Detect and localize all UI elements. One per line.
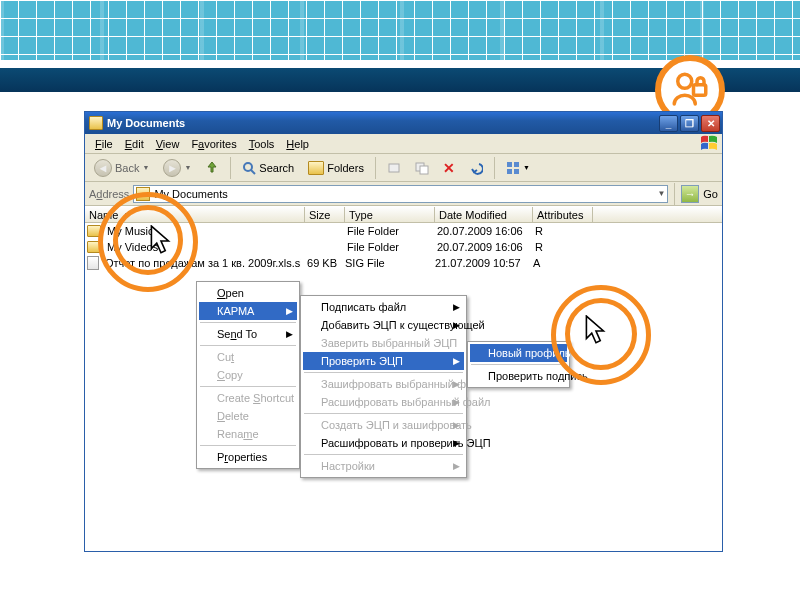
ctx-karma[interactable]: КАРМА▶ [199, 302, 297, 320]
ctx-copy[interactable]: Copy [199, 366, 297, 384]
toolbar: ◄ Back ▼ ► ▼ Search Folders ✕ ▼ [85, 154, 722, 182]
svg-rect-6 [420, 166, 428, 174]
address-value: My Documents [154, 188, 227, 200]
folder-icon [89, 116, 103, 130]
separator [674, 183, 675, 205]
views-icon [506, 161, 520, 175]
maximize-button[interactable]: ❐ [680, 115, 699, 132]
ctx-sendto[interactable]: Send To▶ [199, 325, 297, 343]
dropdown-icon: ▼ [184, 164, 191, 171]
copyto-icon [415, 161, 429, 175]
menu-file[interactable]: File [89, 136, 119, 152]
copyto-button[interactable] [410, 158, 434, 178]
dropdown-icon[interactable]: ▼ [657, 189, 665, 198]
menu-bar: File Edit View Favorites Tools Help [85, 134, 722, 154]
close-button[interactable]: ✕ [701, 115, 720, 132]
folders-icon [308, 161, 324, 175]
file-name: My Videos [103, 241, 303, 253]
svg-rect-9 [507, 169, 512, 174]
folder-icon [87, 241, 101, 253]
search-icon [242, 161, 256, 175]
file-type: File Folder [343, 241, 433, 253]
file-type: File Folder [343, 225, 433, 237]
ctx-certify[interactable]: Заверить выбранный ЭЦП [303, 334, 464, 352]
ctx-new-profile[interactable]: Новый профиль [470, 344, 567, 362]
back-button[interactable]: ◄ Back ▼ [89, 156, 154, 180]
col-date[interactable]: Date Modified [435, 207, 533, 222]
col-attr[interactable]: Attributes [533, 207, 593, 222]
toolbar-separator [230, 157, 231, 179]
ctx-verify-sig[interactable]: Проверить подпись [470, 367, 567, 385]
undo-icon [469, 161, 483, 175]
menu-help[interactable]: Help [280, 136, 315, 152]
list-item[interactable]: Отчет по продажам за 1 кв. 2009г.xls.sig… [85, 255, 722, 271]
folder-icon [136, 187, 150, 201]
up-button[interactable] [200, 158, 224, 178]
menu-favorites[interactable]: Favorites [185, 136, 242, 152]
ctx-separator [304, 413, 463, 414]
svg-point-0 [678, 74, 692, 88]
list-item[interactable]: My Videos File Folder 20.07.2009 16:06 R [85, 239, 722, 255]
svg-rect-8 [514, 162, 519, 167]
col-name[interactable]: Name▲ [85, 207, 305, 222]
ctx-add-sig[interactable]: Добавить ЭЦП к существующей▶ [303, 316, 464, 334]
ctx-separator [200, 386, 296, 387]
title-bar[interactable]: My Documents _ ❐ ✕ [85, 112, 722, 134]
file-date: 20.07.2009 16:06 [433, 241, 531, 253]
views-button[interactable]: ▼ [501, 158, 535, 178]
ctx-delete[interactable]: Delete [199, 407, 297, 425]
menu-tools[interactable]: Tools [243, 136, 281, 152]
file-attr: A [529, 257, 589, 269]
ctx-decrypt-check[interactable]: Расшифровать и проверить ЭЦП▶ [303, 434, 464, 452]
file-icon [87, 256, 99, 270]
folders-button[interactable]: Folders [303, 158, 369, 178]
folders-label: Folders [327, 162, 364, 174]
col-type[interactable]: Type [345, 207, 435, 222]
undo-button[interactable] [464, 158, 488, 178]
up-icon [205, 161, 219, 175]
toolbar-separator [375, 157, 376, 179]
go-button[interactable]: → [681, 185, 699, 203]
address-input[interactable]: My Documents ▼ [133, 185, 668, 203]
ctx-sign-file[interactable]: Подписать файл▶ [303, 298, 464, 316]
menu-file-label: ile [102, 138, 113, 150]
file-list[interactable]: My Music File Folder 20.07.2009 16:06 R … [85, 223, 722, 551]
ctx-open[interactable]: Open [199, 284, 297, 302]
menu-view[interactable]: View [150, 136, 186, 152]
ctx-create-enc[interactable]: Создать ЭЦП и зашифровать▶ [303, 416, 464, 434]
ctx-shortcut[interactable]: Create Shortcut [199, 389, 297, 407]
column-headers: Name▲ Size Type Date Modified Attributes [85, 206, 722, 223]
go-label: Go [703, 188, 718, 200]
minimize-button[interactable]: _ [659, 115, 678, 132]
menu-edit[interactable]: Edit [119, 136, 150, 152]
file-name: My Music [103, 225, 303, 237]
search-button[interactable]: Search [237, 158, 299, 178]
forward-button[interactable]: ► ▼ [158, 156, 196, 180]
ctx-rename[interactable]: Rename [199, 425, 297, 443]
context-menu-karma[interactable]: Подписать файл▶ Добавить ЭЦП к существую… [300, 295, 467, 478]
svg-rect-10 [514, 169, 519, 174]
dropdown-icon: ▼ [142, 164, 149, 171]
moveto-icon [387, 161, 401, 175]
ctx-decrypt[interactable]: Расшифровать выбранный файл▶ [303, 393, 464, 411]
search-label: Search [259, 162, 294, 174]
context-menu-main[interactable]: Open КАРМА▶ Send To▶ Cut Copy Create Sho… [196, 281, 300, 469]
ctx-check-sig[interactable]: Проверить ЭЦП▶ [303, 352, 464, 370]
ctx-settings[interactable]: Настройки▶ [303, 457, 464, 475]
svg-rect-4 [389, 164, 399, 172]
moveto-button[interactable] [382, 158, 406, 178]
file-type: SIG File [341, 257, 431, 269]
delete-button[interactable]: ✕ [438, 157, 460, 179]
ctx-cut[interactable]: Cut [199, 348, 297, 366]
list-item[interactable]: My Music File Folder 20.07.2009 16:06 R [85, 223, 722, 239]
forward-icon: ► [163, 159, 181, 177]
col-size[interactable]: Size [305, 207, 345, 222]
slide-background-grid [0, 0, 800, 60]
ctx-properties[interactable]: Properties [199, 448, 297, 466]
file-attr: R [531, 225, 591, 237]
ctx-encrypt[interactable]: Зашифровать выбранный файл▶ [303, 375, 464, 393]
file-name: Отчет по продажам за 1 кв. 2009г.xls.sig [101, 257, 301, 269]
context-menu-check[interactable]: Новый профиль Проверить подпись [467, 341, 570, 388]
address-bar: Address My Documents ▼ → Go [85, 182, 722, 206]
svg-line-3 [251, 170, 255, 174]
